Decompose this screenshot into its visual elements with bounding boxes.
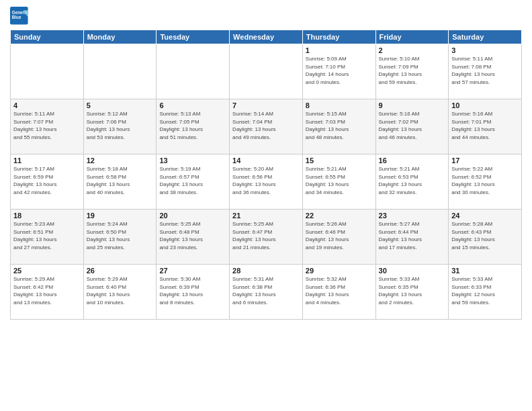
weekday-header-saturday: Saturday <box>449 30 522 44</box>
calendar-cell: 11Sunrise: 5:17 AMSunset: 6:59 PMDayligh… <box>11 154 84 210</box>
day-number: 8 <box>306 101 373 109</box>
weekday-header-sunday: Sunday <box>11 30 84 44</box>
day-number: 17 <box>451 156 519 165</box>
calendar-cell: 4Sunrise: 5:11 AMSunset: 7:07 PMDaylight… <box>11 99 84 154</box>
calendar-week-row: 4Sunrise: 5:11 AMSunset: 7:07 PMDaylight… <box>11 99 522 154</box>
day-info: Sunrise: 5:21 AMSunset: 6:53 PMDaylight:… <box>379 165 446 196</box>
weekday-header-tuesday: Tuesday <box>157 30 230 44</box>
day-number: 13 <box>159 156 226 165</box>
day-info: Sunrise: 5:09 AMSunset: 7:10 PMDaylight:… <box>306 55 373 86</box>
day-info: Sunrise: 5:33 AMSunset: 6:35 PMDaylight:… <box>379 275 446 306</box>
day-number: 27 <box>159 267 226 275</box>
calendar-cell: 3Sunrise: 5:11 AMSunset: 7:08 PMDaylight… <box>449 44 522 99</box>
calendar-cell: 16Sunrise: 5:21 AMSunset: 6:53 PMDayligh… <box>375 154 449 210</box>
day-number: 11 <box>13 156 81 165</box>
day-info: Sunrise: 5:29 AMSunset: 6:42 PMDaylight:… <box>13 275 81 306</box>
calendar-cell: 8Sunrise: 5:15 AMSunset: 7:03 PMDaylight… <box>302 99 375 154</box>
day-number: 25 <box>13 267 81 275</box>
day-number: 28 <box>232 267 300 275</box>
calendar-cell: 1Sunrise: 5:09 AMSunset: 7:10 PMDaylight… <box>302 44 375 99</box>
day-number: 1 <box>306 46 373 54</box>
day-info: Sunrise: 5:24 AMSunset: 6:50 PMDaylight:… <box>87 220 154 251</box>
day-info: Sunrise: 5:16 AMSunset: 7:02 PMDaylight:… <box>379 110 446 141</box>
day-number: 21 <box>232 212 300 220</box>
day-info: Sunrise: 5:29 AMSunset: 6:40 PMDaylight:… <box>87 275 154 306</box>
calendar-table: SundayMondayTuesdayWednesdayThursdayFrid… <box>10 30 522 320</box>
svg-text:Blue: Blue <box>12 15 21 19</box>
logo-icon: General Blue <box>10 7 29 26</box>
calendar-cell: 9Sunrise: 5:16 AMSunset: 7:02 PMDaylight… <box>375 99 449 154</box>
calendar-cell <box>230 44 303 99</box>
calendar-week-row: 25Sunrise: 5:29 AMSunset: 6:42 PMDayligh… <box>11 265 522 320</box>
calendar-cell: 2Sunrise: 5:10 AMSunset: 7:09 PMDaylight… <box>375 44 449 99</box>
calendar-cell <box>11 44 84 99</box>
day-info: Sunrise: 5:28 AMSunset: 6:43 PMDaylight:… <box>451 220 519 251</box>
calendar-week-row: 11Sunrise: 5:17 AMSunset: 6:59 PMDayligh… <box>11 154 522 210</box>
day-number: 4 <box>13 101 81 109</box>
day-number: 22 <box>306 212 373 220</box>
day-number: 18 <box>13 212 81 220</box>
day-info: Sunrise: 5:22 AMSunset: 6:52 PMDaylight:… <box>451 165 519 196</box>
calendar-cell: 6Sunrise: 5:13 AMSunset: 7:05 PMDaylight… <box>157 99 230 154</box>
day-info: Sunrise: 5:17 AMSunset: 6:59 PMDaylight:… <box>13 165 81 196</box>
weekday-header-wednesday: Wednesday <box>230 30 303 44</box>
day-number: 2 <box>379 46 446 54</box>
day-number: 3 <box>451 46 519 54</box>
calendar-cell <box>157 44 230 99</box>
day-info: Sunrise: 5:21 AMSunset: 6:55 PMDaylight:… <box>306 165 373 196</box>
day-number: 20 <box>159 212 226 220</box>
calendar-week-row: 18Sunrise: 5:23 AMSunset: 6:51 PMDayligh… <box>11 210 522 265</box>
weekday-header-row: SundayMondayTuesdayWednesdayThursdayFrid… <box>11 30 522 44</box>
day-info: Sunrise: 5:20 AMSunset: 6:56 PMDaylight:… <box>232 165 300 196</box>
day-info: Sunrise: 5:11 AMSunset: 7:08 PMDaylight:… <box>451 55 519 86</box>
day-number: 29 <box>306 267 373 275</box>
calendar-cell: 18Sunrise: 5:23 AMSunset: 6:51 PMDayligh… <box>11 210 84 265</box>
calendar-cell: 7Sunrise: 5:14 AMSunset: 7:04 PMDaylight… <box>230 99 303 154</box>
calendar-cell: 13Sunrise: 5:19 AMSunset: 6:57 PMDayligh… <box>157 154 230 210</box>
day-number: 23 <box>379 212 446 220</box>
page-header: General Blue <box>10 7 522 26</box>
calendar-cell: 26Sunrise: 5:29 AMSunset: 6:40 PMDayligh… <box>83 265 157 320</box>
day-info: Sunrise: 5:16 AMSunset: 7:01 PMDaylight:… <box>451 110 519 141</box>
day-info: Sunrise: 5:23 AMSunset: 6:51 PMDaylight:… <box>13 220 81 251</box>
day-info: Sunrise: 5:18 AMSunset: 6:58 PMDaylight:… <box>87 165 154 196</box>
day-info: Sunrise: 5:13 AMSunset: 7:05 PMDaylight:… <box>159 110 226 141</box>
day-info: Sunrise: 5:31 AMSunset: 6:38 PMDaylight:… <box>232 275 300 306</box>
day-number: 14 <box>232 156 300 165</box>
calendar-cell: 19Sunrise: 5:24 AMSunset: 6:50 PMDayligh… <box>83 210 157 265</box>
weekday-header-friday: Friday <box>375 30 449 44</box>
day-number: 26 <box>87 267 154 275</box>
calendar-cell: 17Sunrise: 5:22 AMSunset: 6:52 PMDayligh… <box>449 154 522 210</box>
calendar-cell: 24Sunrise: 5:28 AMSunset: 6:43 PMDayligh… <box>449 210 522 265</box>
day-number: 31 <box>451 267 519 275</box>
calendar-cell: 25Sunrise: 5:29 AMSunset: 6:42 PMDayligh… <box>11 265 84 320</box>
day-number: 12 <box>87 156 154 165</box>
calendar-cell: 14Sunrise: 5:20 AMSunset: 6:56 PMDayligh… <box>230 154 303 210</box>
day-number: 7 <box>232 101 300 109</box>
day-info: Sunrise: 5:10 AMSunset: 7:09 PMDaylight:… <box>379 55 446 86</box>
day-number: 16 <box>379 156 446 165</box>
day-number: 6 <box>159 101 226 109</box>
day-info: Sunrise: 5:33 AMSunset: 6:33 PMDaylight:… <box>451 275 519 306</box>
calendar-cell: 15Sunrise: 5:21 AMSunset: 6:55 PMDayligh… <box>302 154 375 210</box>
day-number: 30 <box>379 267 446 275</box>
calendar-cell <box>83 44 157 99</box>
day-info: Sunrise: 5:11 AMSunset: 7:07 PMDaylight:… <box>13 110 81 141</box>
day-number: 5 <box>87 101 154 109</box>
calendar-cell: 21Sunrise: 5:25 AMSunset: 6:47 PMDayligh… <box>230 210 303 265</box>
calendar-cell: 31Sunrise: 5:33 AMSunset: 6:33 PMDayligh… <box>449 265 522 320</box>
calendar-cell: 28Sunrise: 5:31 AMSunset: 6:38 PMDayligh… <box>230 265 303 320</box>
day-info: Sunrise: 5:30 AMSunset: 6:39 PMDaylight:… <box>159 275 226 306</box>
weekday-header-monday: Monday <box>83 30 157 44</box>
day-info: Sunrise: 5:25 AMSunset: 6:47 PMDaylight:… <box>232 220 300 251</box>
day-info: Sunrise: 5:14 AMSunset: 7:04 PMDaylight:… <box>232 110 300 141</box>
calendar-cell: 12Sunrise: 5:18 AMSunset: 6:58 PMDayligh… <box>83 154 157 210</box>
day-number: 15 <box>306 156 373 165</box>
day-info: Sunrise: 5:25 AMSunset: 6:48 PMDaylight:… <box>159 220 226 251</box>
calendar-cell: 10Sunrise: 5:16 AMSunset: 7:01 PMDayligh… <box>449 99 522 154</box>
day-info: Sunrise: 5:27 AMSunset: 6:44 PMDaylight:… <box>379 220 446 251</box>
day-number: 10 <box>451 101 519 109</box>
day-info: Sunrise: 5:19 AMSunset: 6:57 PMDaylight:… <box>159 165 226 196</box>
day-number: 24 <box>451 212 519 220</box>
calendar-cell: 30Sunrise: 5:33 AMSunset: 6:35 PMDayligh… <box>375 265 449 320</box>
